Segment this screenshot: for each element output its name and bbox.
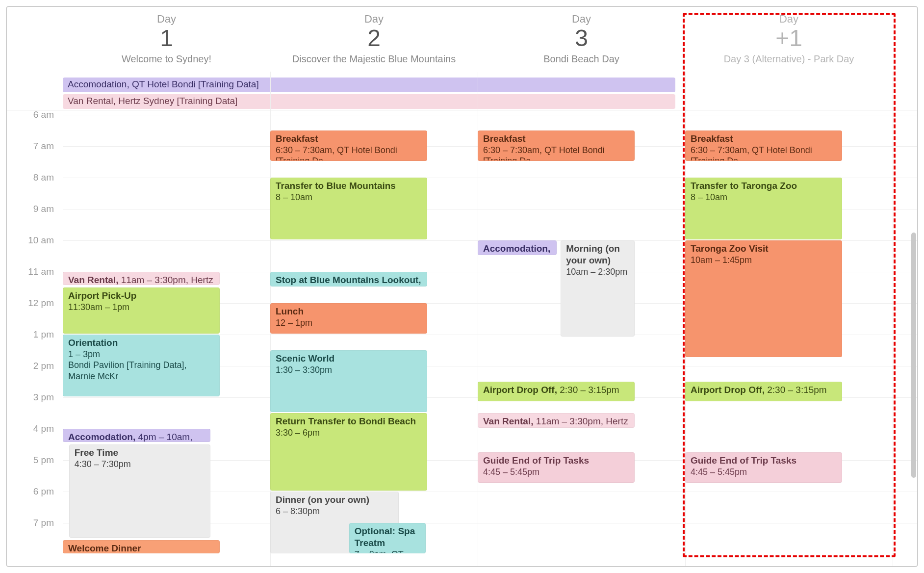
calendar-event[interactable]: Accomodation, 4pm	[478, 240, 557, 255]
calendar-event[interactable]: Free Time4:30 – 7:30pm	[69, 444, 210, 538]
allday-event[interactable]: Van Rental, Hertz Sydney [Training Data]	[63, 94, 675, 109]
calendar-event[interactable]: Welcome Dinner	[63, 540, 220, 553]
event-title: Airport Drop Off,	[483, 385, 557, 395]
calendar-event[interactable]: Taronga Zoo Visit10am – 1:45pm	[685, 240, 842, 357]
event-title: Welcome Dinner	[68, 543, 141, 553]
event-time: 7 – 8pm, QT Hotel Bo	[355, 549, 421, 554]
calendar-event[interactable]: Return Transfer to Bondi Beach3:30 – 6pm	[270, 413, 427, 491]
calendar-event[interactable]: Accomodation, 4pm – 10am, QT Hotel Bon	[63, 429, 210, 442]
calendar-event[interactable]: Scenic World1:30 – 3:30pm	[270, 350, 427, 412]
event-title: Guide End of Trip Tasks	[483, 455, 589, 466]
calendar-event[interactable]: Airport Pick-Up11:30am – 1pm	[63, 287, 220, 334]
event-time: 6:30 – 7:30am, QT Hotel Bondi [Training …	[483, 145, 629, 161]
hour-label: 6 pm	[33, 486, 54, 497]
event-time: 10am – 2:30pm	[566, 266, 629, 278]
calendar-event[interactable]: Airport Drop Off, 2:30 – 3:15pm	[685, 382, 842, 401]
hour-label: 2 pm	[33, 361, 54, 371]
event-time: 1:30 – 3:30pm	[276, 365, 422, 376]
day-subtitle: Day 3 (Alternative) - Park Day	[685, 53, 893, 65]
event-title: Dinner (on your own)	[276, 495, 369, 505]
calendar-frame: Day1Welcome to Sydney!Day2Discover the M…	[6, 6, 918, 567]
calendar-event[interactable]: Breakfast6:30 – 7:30am, QT Hotel Bondi […	[685, 130, 842, 161]
event-title: Optional: Spa Treatm	[355, 526, 415, 548]
day-subtitle: Discover the Majestic Blue Mountains	[270, 53, 478, 65]
event-title: Airport Pick-Up	[68, 290, 136, 301]
event-title: Orientation	[68, 338, 118, 348]
event-title: Airport Drop Off,	[691, 385, 765, 395]
day-number: 3	[478, 26, 685, 52]
calendar-event[interactable]: Breakfast6:30 – 7:30am, QT Hotel Bondi […	[270, 130, 427, 161]
event-title: Breakfast	[276, 133, 318, 144]
day-number: 2	[270, 26, 478, 52]
hour-label: 4 pm	[33, 423, 54, 434]
calendar-event[interactable]: Airport Drop Off, 2:30 – 3:15pm	[478, 382, 635, 401]
scrollbar-thumb[interactable]	[911, 233, 916, 478]
calendar-event[interactable]: Guide End of Trip Tasks4:45 – 5:45pm	[478, 452, 635, 483]
day-subtitle: Welcome to Sydney!	[63, 53, 270, 65]
allday-event[interactable]: Accomodation, QT Hotel Bondi [Training D…	[63, 78, 675, 92]
event-title: Guide End of Trip Tasks	[691, 455, 796, 466]
event-time: 11:30am – 1pm	[68, 302, 214, 313]
event-title: Return Transfer to Bondi Beach	[276, 416, 416, 426]
day-header-1[interactable]: Day2Discover the Majestic Blue Mountains	[270, 13, 478, 76]
event-title: Breakfast	[691, 133, 733, 144]
event-time: 10am – 1:45pm	[691, 255, 837, 266]
event-time: 6:30 – 7:30am, QT Hotel Bondi [Training …	[691, 145, 837, 161]
event-meta: QT Hotel Bondi [Training Data]	[129, 79, 259, 89]
day-number: +1	[685, 26, 893, 52]
event-title: Van Rental,	[68, 96, 116, 106]
event-title: Transfer to Taronga Zoo	[691, 181, 797, 191]
day-number: 1	[63, 26, 270, 52]
event-title: Scenic World	[276, 353, 334, 364]
day-header-3[interactable]: Day+1Day 3 (Alternative) - Park Day	[685, 13, 893, 76]
event-time: 6 – 8:30pm	[276, 506, 393, 517]
event-meta: Hertz Sydney [Training Data]	[116, 96, 238, 106]
day-label: Day	[685, 13, 893, 26]
calendar-event[interactable]: Guide End of Trip Tasks4:45 – 5:45pm	[685, 452, 842, 483]
event-time: 4:45 – 5:45pm	[691, 467, 837, 478]
event-title: Breakfast	[483, 133, 526, 144]
event-title: Accomodation,	[68, 79, 129, 89]
time-grid: 6 am7 am8 am9 am10 am11 am12 pm1 pm2 pm3…	[7, 111, 917, 566]
hour-label: 9 am	[33, 204, 54, 214]
event-title: Accomodation,	[483, 243, 550, 254]
calendar-event[interactable]: Breakfast6:30 – 7:30am, QT Hotel Bondi […	[478, 130, 635, 161]
event-title: Van Rental,	[483, 416, 533, 426]
hour-label: 6 am	[33, 109, 54, 120]
day-label: Day	[270, 13, 478, 26]
day-column-2[interactable]: Breakfast6:30 – 7:30am, QT Hotel Bondi […	[478, 111, 685, 566]
hour-label: 12 pm	[28, 298, 54, 309]
event-title: Stop at Blue Mountains Lookout,	[276, 275, 421, 285]
hour-label: 1 pm	[33, 329, 54, 340]
calendar-event[interactable]: Lunch12 – 1pm	[270, 303, 427, 334]
event-title: Lunch	[276, 306, 304, 316]
calendar-event[interactable]: Van Rental, 11am – 3:30pm, Hertz Sydney …	[63, 272, 220, 285]
calendar-event[interactable]: Van Rental, 11am – 3:30pm, Hertz Sydney	[478, 413, 635, 428]
calendar-event[interactable]: Stop at Blue Mountains Lookout, 11 – 11:…	[270, 272, 427, 286]
event-title: Morning (on your own)	[566, 243, 620, 265]
day-subtitle: Bondi Beach Day	[478, 53, 685, 65]
day-header-2[interactable]: Day3Bondi Beach Day	[478, 13, 685, 76]
calendar-event[interactable]: Orientation1 – 3pmBondi Pavilion [Traini…	[63, 335, 220, 396]
event-time: 8 – 10am	[691, 192, 837, 203]
event-time: 4:30 – 7:30pm	[75, 459, 205, 470]
allday-section: Accomodation, QT Hotel Bondi [Training D…	[63, 78, 917, 111]
calendar-event[interactable]: Transfer to Blue Mountains8 – 10am	[270, 178, 427, 239]
day-header-0[interactable]: Day1Welcome to Sydney!	[63, 13, 270, 76]
calendar-event[interactable]: Transfer to Taronga Zoo8 – 10am	[685, 178, 842, 239]
hour-label: 3 pm	[33, 392, 54, 403]
event-title: Taronga Zoo Visit	[691, 243, 769, 254]
time-labels: 6 am7 am8 am9 am10 am11 am12 pm1 pm2 pm3…	[7, 111, 63, 566]
day-column-3[interactable]: Breakfast6:30 – 7:30am, QT Hotel Bondi […	[685, 111, 893, 566]
event-title: Transfer to Blue Mountains	[276, 181, 396, 191]
day-column-1[interactable]: Breakfast6:30 – 7:30am, QT Hotel Bondi […	[270, 111, 478, 566]
hour-label: 7 am	[33, 141, 54, 152]
calendar-event[interactable]: Optional: Spa Treatm7 – 8pm, QT Hotel Bo	[349, 523, 426, 553]
allday-separator	[7, 110, 917, 110]
hour-label: 8 am	[33, 172, 54, 183]
event-time: 8 – 10am	[276, 192, 422, 203]
event-time: 6:30 – 7:30am, QT Hotel Bondi [Training …	[276, 145, 422, 161]
calendar-event[interactable]: Morning (on your own)10am – 2:30pm	[561, 240, 634, 337]
day-column-0[interactable]: Van Rental, 11am – 3:30pm, Hertz Sydney …	[63, 111, 270, 566]
event-time: 3:30 – 6pm	[276, 427, 422, 439]
